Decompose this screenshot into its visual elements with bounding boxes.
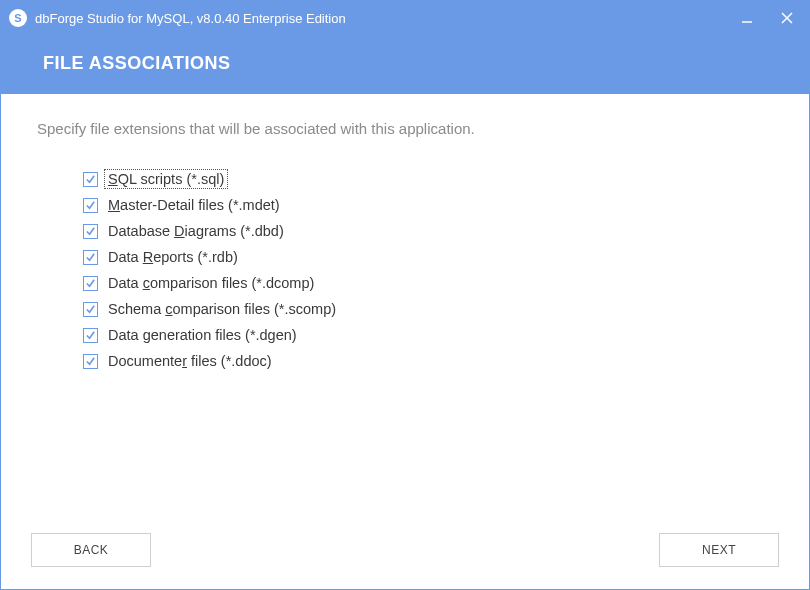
file-association-label[interactable]: Data Reports (*.rdb) xyxy=(106,249,240,265)
checkbox[interactable] xyxy=(83,198,98,213)
close-button[interactable] xyxy=(771,6,803,30)
label-mnemonic: D xyxy=(174,223,184,239)
back-button[interactable]: BACK xyxy=(31,533,151,567)
page-heading: FILE ASSOCIATIONS xyxy=(43,53,799,74)
app-icon: S xyxy=(9,9,27,27)
file-association-label[interactable]: Data comparison files (*.dcomp) xyxy=(106,275,316,291)
label-post: QL scripts (*.sql) xyxy=(118,171,225,187)
label-mnemonic: R xyxy=(143,249,153,265)
checkbox[interactable] xyxy=(83,224,98,239)
file-association-item: SQL scripts (*.sql) xyxy=(83,171,773,187)
label-post: eneration files (*.dgen) xyxy=(151,327,297,343)
file-association-item: Schema comparison files (*.scomp) xyxy=(83,301,773,317)
window-title: dbForge Studio for MySQL, v8.0.40 Enterp… xyxy=(35,11,731,26)
label-post: iagrams (*.dbd) xyxy=(185,223,284,239)
checkbox[interactable] xyxy=(83,354,98,369)
label-post: aster-Detail files (*.mdet) xyxy=(120,197,280,213)
file-association-item: Master-Detail files (*.mdet) xyxy=(83,197,773,213)
label-pre: Data xyxy=(108,327,143,343)
footer: BACK NEXT xyxy=(1,519,809,589)
file-association-label[interactable]: Database Diagrams (*.dbd) xyxy=(106,223,286,239)
file-association-label[interactable]: Data generation files (*.dgen) xyxy=(106,327,299,343)
label-post: files (*.ddoc) xyxy=(187,353,272,369)
label-mnemonic: g xyxy=(143,327,151,343)
instruction-text: Specify file extensions that will be ass… xyxy=(37,120,773,137)
label-pre: Schema xyxy=(108,301,165,317)
minimize-icon xyxy=(741,12,753,24)
label-mnemonic: c xyxy=(143,275,150,291)
file-association-list: SQL scripts (*.sql)Master-Detail files (… xyxy=(37,171,773,369)
file-association-label[interactable]: Master-Detail files (*.mdet) xyxy=(106,197,282,213)
file-association-item: Database Diagrams (*.dbd) xyxy=(83,223,773,239)
minimize-button[interactable] xyxy=(731,6,763,30)
label-mnemonic: S xyxy=(108,171,118,187)
file-association-label[interactable]: Documenter files (*.ddoc) xyxy=(106,353,274,369)
checkbox[interactable] xyxy=(83,250,98,265)
checkbox[interactable] xyxy=(83,276,98,291)
checkbox[interactable] xyxy=(83,328,98,343)
checkbox[interactable] xyxy=(83,172,98,187)
file-association-item: Data comparison files (*.dcomp) xyxy=(83,275,773,291)
titlebar: S dbForge Studio for MySQL, v8.0.40 Ente… xyxy=(1,1,809,35)
label-post: eports (*.rdb) xyxy=(153,249,238,265)
label-post: omparison files (*.scomp) xyxy=(172,301,336,317)
file-association-item: Documenter files (*.ddoc) xyxy=(83,353,773,369)
label-post: omparison files (*.dcomp) xyxy=(150,275,314,291)
file-association-label[interactable]: SQL scripts (*.sql) xyxy=(106,171,226,187)
content-area: Specify file extensions that will be ass… xyxy=(1,94,809,519)
window: S dbForge Studio for MySQL, v8.0.40 Ente… xyxy=(0,0,810,590)
label-pre: Database xyxy=(108,223,174,239)
label-pre: Data xyxy=(108,249,143,265)
file-association-label[interactable]: Schema comparison files (*.scomp) xyxy=(106,301,338,317)
label-pre: Documente xyxy=(108,353,182,369)
label-pre: Data xyxy=(108,275,143,291)
label-mnemonic: M xyxy=(108,197,120,213)
header-band: FILE ASSOCIATIONS xyxy=(1,35,809,94)
next-button[interactable]: NEXT xyxy=(659,533,779,567)
close-icon xyxy=(781,12,793,24)
checkbox[interactable] xyxy=(83,302,98,317)
file-association-item: Data Reports (*.rdb) xyxy=(83,249,773,265)
window-controls xyxy=(731,6,803,30)
file-association-item: Data generation files (*.dgen) xyxy=(83,327,773,343)
